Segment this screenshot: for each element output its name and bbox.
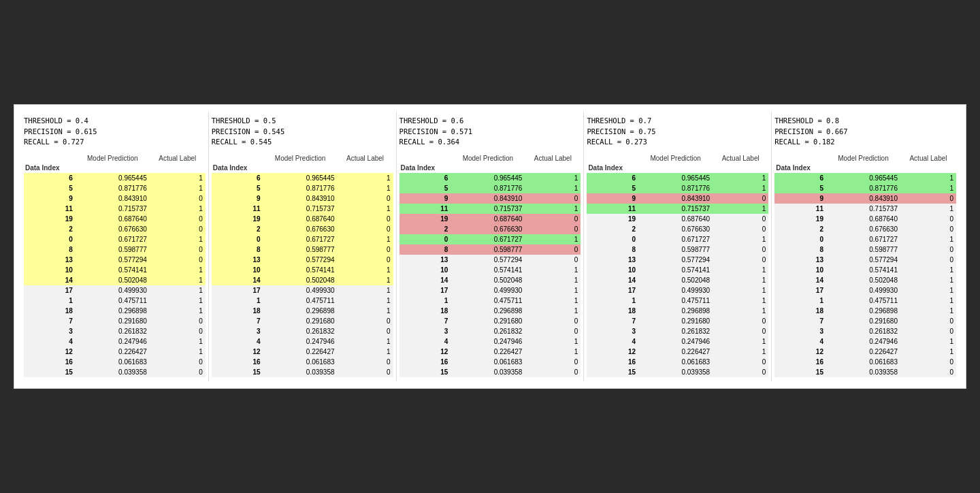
model-prediction: 0.598777 xyxy=(263,244,338,255)
actual-label: 1 xyxy=(900,234,956,244)
data-index-header: Data Index xyxy=(212,163,263,173)
actual-label: 1 xyxy=(900,347,956,357)
table-row: 160.0616830 xyxy=(399,357,581,367)
data-index: 6 xyxy=(212,173,263,183)
table-row: 50.8717761 xyxy=(212,183,393,193)
data-index: 9 xyxy=(774,193,826,204)
precision-value: PRECISION = 0.545 xyxy=(212,127,393,138)
data-index: 2 xyxy=(24,224,76,234)
data-index: 14 xyxy=(399,275,451,285)
data-table: Model PredictionActual LabelData Index60… xyxy=(399,153,581,377)
model-prediction: 0.965445 xyxy=(451,173,525,183)
model-prediction: 0.671727 xyxy=(451,234,525,244)
data-index: 17 xyxy=(212,285,263,296)
model-prediction: 0.843910 xyxy=(451,193,525,204)
data-index: 16 xyxy=(24,357,76,367)
model-prediction: 0.291680 xyxy=(638,316,713,326)
actual-label: 0 xyxy=(338,255,393,265)
data-index: 19 xyxy=(587,214,638,224)
model-prediction: 0.499930 xyxy=(76,285,150,296)
actual-label: 0 xyxy=(338,244,393,255)
data-index: 14 xyxy=(24,275,76,285)
model-prediction: 0.843910 xyxy=(826,193,900,204)
actual-label: 1 xyxy=(525,306,581,316)
model-prediction: 0.871776 xyxy=(263,183,338,193)
threshold-info: THRESHOLD = 0.4PRECISION = 0.615RECALL =… xyxy=(24,116,206,148)
main-container: THRESHOLD = 0.4PRECISION = 0.615RECALL =… xyxy=(14,104,966,389)
actual-label: 1 xyxy=(525,347,581,357)
table-row: 190.6876400 xyxy=(212,214,393,224)
model-prediction: 0.499930 xyxy=(826,285,900,296)
recall-value: RECALL = 0.364 xyxy=(399,137,581,148)
model-prediction: 0.843910 xyxy=(263,193,338,204)
data-index: 10 xyxy=(774,265,826,275)
actual-label: 0 xyxy=(150,193,206,204)
table-row: 80.5987770 xyxy=(24,244,206,255)
data-index: 12 xyxy=(774,347,826,357)
table-row: 190.6876400 xyxy=(587,214,768,224)
actual-label: 1 xyxy=(525,265,581,275)
data-index-header: Data Index xyxy=(399,163,451,173)
actual-label: 1 xyxy=(338,347,393,357)
precision-value: PRECISION = 0.571 xyxy=(399,127,581,138)
model-prediction: 0.715737 xyxy=(263,204,338,214)
model-prediction: 0.574141 xyxy=(451,265,525,275)
actual-label: 1 xyxy=(900,285,956,296)
col-actual-label: Actual Label xyxy=(713,153,768,163)
data-index: 9 xyxy=(212,193,263,204)
actual-label: 1 xyxy=(900,306,956,316)
actual-label: 1 xyxy=(150,275,206,285)
model-prediction: 0.502048 xyxy=(76,275,150,285)
table-row: 170.4999301 xyxy=(212,285,393,296)
data-index: 18 xyxy=(212,306,263,316)
table-row: 150.0393580 xyxy=(24,367,206,377)
table-row: 00.6717271 xyxy=(24,234,206,244)
actual-label: 1 xyxy=(713,285,768,296)
actual-label: 0 xyxy=(900,367,956,377)
actual-label: 0 xyxy=(338,326,393,336)
actual-label: 1 xyxy=(338,336,393,347)
actual-label: 0 xyxy=(338,316,393,326)
actual-label: 1 xyxy=(150,204,206,214)
data-index: 11 xyxy=(774,204,826,214)
table-row: 30.2618320 xyxy=(399,326,581,336)
model-prediction: 0.676630 xyxy=(826,224,900,234)
data-index: 8 xyxy=(399,244,451,255)
col-model-prediction: Model Prediction xyxy=(638,153,713,163)
panel-panel-05: THRESHOLD = 0.5PRECISION = 0.545RECALL =… xyxy=(209,112,397,381)
table-row: 90.8439100 xyxy=(587,193,768,204)
data-index: 13 xyxy=(587,255,638,265)
actual-label: 0 xyxy=(525,326,581,336)
actual-label: 1 xyxy=(900,173,956,183)
actual-label: 0 xyxy=(525,224,581,234)
data-index: 0 xyxy=(587,234,638,244)
panel-panel-06: THRESHOLD = 0.6PRECISION = 0.571RECALL =… xyxy=(397,112,585,381)
actual-label: 1 xyxy=(525,173,581,183)
actual-label: 1 xyxy=(338,173,393,183)
model-prediction: 0.296898 xyxy=(263,306,338,316)
model-prediction: 0.687640 xyxy=(638,214,713,224)
data-index: 5 xyxy=(774,183,826,193)
table-row: 50.8717761 xyxy=(399,183,581,193)
actual-label: 0 xyxy=(525,357,581,367)
recall-value: RECALL = 0.182 xyxy=(774,137,956,148)
model-prediction: 0.296898 xyxy=(638,306,713,316)
actual-label: 0 xyxy=(900,255,956,265)
table-row: 130.5772940 xyxy=(587,255,768,265)
table-row: 140.5020481 xyxy=(587,275,768,285)
actual-label: 0 xyxy=(525,367,581,377)
model-prediction: 0.291680 xyxy=(76,316,150,326)
actual-label: 0 xyxy=(713,326,768,336)
data-index: 16 xyxy=(399,357,451,367)
model-prediction: 0.676630 xyxy=(451,224,525,234)
actual-label: 1 xyxy=(713,173,768,183)
data-index: 12 xyxy=(587,347,638,357)
actual-label: 1 xyxy=(525,204,581,214)
data-index: 1 xyxy=(24,296,76,306)
model-prediction: 0.039358 xyxy=(451,367,525,377)
model-prediction: 0.247946 xyxy=(76,336,150,347)
data-index: 10 xyxy=(587,265,638,275)
table-row: 90.8439100 xyxy=(212,193,393,204)
table-row: 50.8717761 xyxy=(774,183,956,193)
data-table: Model PredictionActual LabelData Index60… xyxy=(24,153,206,377)
